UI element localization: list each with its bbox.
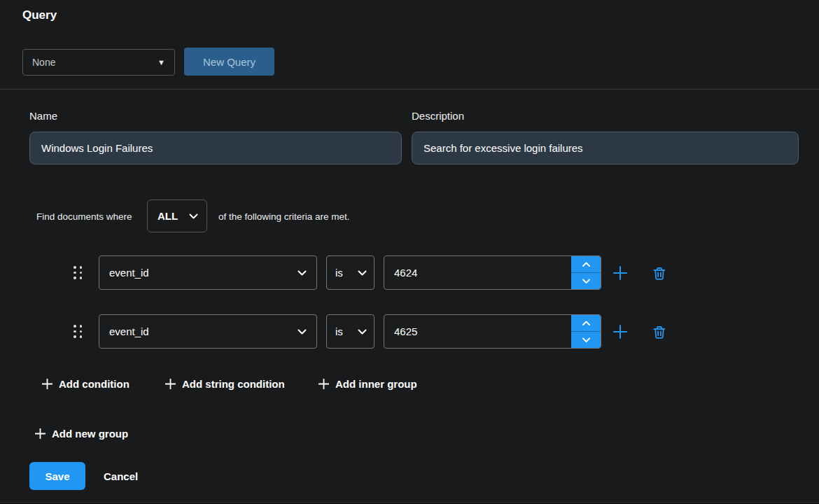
chevron-down-icon bbox=[358, 270, 367, 276]
drag-handle-icon[interactable] bbox=[73, 266, 83, 279]
chevron-down-icon bbox=[298, 329, 307, 335]
add-inner-group-button[interactable]: Add inner group bbox=[318, 375, 417, 392]
add-inner-group-label: Add inner group bbox=[335, 378, 417, 390]
saved-query-select[interactable]: None ▼ bbox=[22, 49, 175, 76]
chevron-up-icon bbox=[582, 321, 590, 326]
operator-select[interactable]: is bbox=[326, 255, 374, 290]
match-operator-select[interactable]: ALL bbox=[147, 200, 207, 232]
saved-query-select-value: None bbox=[32, 57, 55, 68]
add-condition-label: Add condition bbox=[59, 378, 130, 390]
add-row-button[interactable] bbox=[610, 321, 631, 342]
criteria-prefix-text: Find documents where bbox=[36, 211, 132, 222]
add-string-condition-button[interactable]: Add string condition bbox=[165, 375, 285, 392]
new-query-button[interactable]: New Query bbox=[184, 48, 274, 76]
stepper-up-button[interactable] bbox=[571, 315, 601, 332]
chevron-down-icon bbox=[582, 279, 590, 284]
add-row-button[interactable] bbox=[610, 262, 631, 284]
plus-icon bbox=[35, 428, 46, 439]
operator-select-value: is bbox=[335, 267, 343, 279]
field-select-value: event_id bbox=[109, 267, 149, 279]
match-operator-value: ALL bbox=[158, 210, 178, 222]
save-button[interactable]: Save bbox=[29, 462, 85, 490]
operator-select-value: is bbox=[335, 326, 343, 337]
condition-row: event_id is bbox=[0, 314, 819, 349]
field-select[interactable]: event_id bbox=[99, 255, 317, 290]
drag-handle-icon[interactable] bbox=[73, 325, 83, 338]
trash-icon bbox=[652, 326, 665, 339]
add-string-condition-label: Add string condition bbox=[182, 378, 285, 390]
delete-row-button[interactable] bbox=[648, 321, 669, 342]
stepper-down-button[interactable] bbox=[571, 273, 601, 289]
field-select-value: event_id bbox=[109, 326, 149, 337]
chevron-down-icon bbox=[189, 214, 198, 219]
value-input[interactable] bbox=[384, 315, 571, 348]
value-input-group bbox=[384, 255, 601, 290]
plus-icon bbox=[613, 266, 627, 280]
chevron-up-icon bbox=[582, 262, 590, 267]
value-stepper bbox=[571, 256, 601, 289]
page-title: Query bbox=[22, 8, 57, 22]
name-label: Name bbox=[29, 110, 57, 122]
add-new-group-label: Add new group bbox=[52, 428, 128, 440]
trash-icon bbox=[652, 267, 665, 280]
section-divider bbox=[0, 89, 819, 90]
operator-select[interactable]: is bbox=[326, 314, 374, 349]
criteria-suffix-text: of the following criteria are met. bbox=[218, 211, 350, 222]
name-input[interactable] bbox=[29, 132, 402, 164]
chevron-down-icon bbox=[358, 329, 367, 335]
add-condition-button[interactable]: Add condition bbox=[42, 375, 130, 392]
value-input[interactable] bbox=[384, 256, 571, 289]
caret-down-icon: ▼ bbox=[158, 58, 165, 66]
chevron-down-icon bbox=[298, 270, 307, 276]
condition-row: event_id is bbox=[0, 255, 819, 290]
delete-row-button[interactable] bbox=[648, 262, 669, 284]
add-new-group-button[interactable]: Add new group bbox=[35, 425, 128, 442]
stepper-down-button[interactable] bbox=[571, 332, 601, 348]
description-label: Description bbox=[412, 110, 464, 122]
field-select[interactable]: event_id bbox=[99, 314, 317, 349]
cancel-button[interactable]: Cancel bbox=[104, 468, 138, 484]
stepper-up-button[interactable] bbox=[571, 256, 601, 273]
value-input-group bbox=[384, 314, 601, 349]
plus-icon bbox=[42, 379, 52, 389]
plus-icon bbox=[318, 379, 329, 389]
plus-icon bbox=[165, 379, 176, 389]
chevron-down-icon bbox=[582, 337, 590, 343]
description-input[interactable] bbox=[412, 132, 799, 164]
value-stepper bbox=[571, 315, 601, 348]
plus-icon bbox=[613, 325, 627, 339]
